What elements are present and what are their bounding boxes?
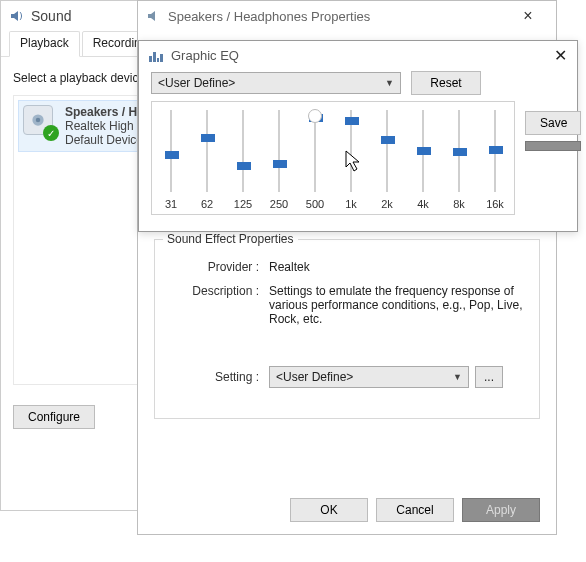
chevron-down-icon: ▼ xyxy=(453,372,462,382)
svg-point-1 xyxy=(36,118,41,123)
setting-ellipsis-button[interactable]: ... xyxy=(475,366,503,388)
graphic-eq-window: Graphic EQ ✕ <User Define> ▼ Reset 31621… xyxy=(138,40,578,232)
eq-band-label: 31 xyxy=(165,198,177,210)
eq-thumb[interactable] xyxy=(417,147,431,155)
speaker-icon xyxy=(146,8,162,24)
configure-button[interactable]: Configure xyxy=(13,405,95,429)
eq-thumb[interactable] xyxy=(237,162,251,170)
eq-band-250[interactable]: 250 xyxy=(268,110,290,210)
eq-band-label: 8k xyxy=(453,198,465,210)
eq-band-label: 4k xyxy=(417,198,429,210)
eq-side-buttons: Save xyxy=(525,111,581,151)
description-value: Settings to emulate the frequency respon… xyxy=(269,284,525,326)
eq-sliders-wrap: 31621252505001k2k4k8k16k Save xyxy=(139,101,577,215)
eq-band-16k[interactable]: 16k xyxy=(484,110,506,210)
apply-button[interactable]: Apply xyxy=(462,498,540,522)
setting-label: Setting : xyxy=(169,370,269,384)
eq-titlebar: Graphic EQ ✕ xyxy=(139,41,577,69)
eq-band-label: 1k xyxy=(345,198,357,210)
eq-thumb[interactable] xyxy=(453,148,467,156)
sound-title: Sound xyxy=(31,8,71,24)
eq-band-label: 62 xyxy=(201,198,213,210)
eq-preset-select[interactable]: <User Define> ▼ xyxy=(151,72,401,94)
eq-preset-value: <User Define> xyxy=(158,76,235,90)
eq-band-1k[interactable]: 1k xyxy=(340,110,362,210)
eq-band-62[interactable]: 62 xyxy=(196,110,218,210)
eq-thumb[interactable] xyxy=(489,146,503,154)
eq-band-label: 250 xyxy=(270,198,288,210)
speaker-device-icon xyxy=(29,111,47,129)
ok-button[interactable]: OK xyxy=(290,498,368,522)
properties-title: Speakers / Headphones Properties xyxy=(168,9,370,24)
close-icon[interactable]: × xyxy=(508,7,548,25)
speaker-icon xyxy=(9,8,25,24)
check-icon: ✓ xyxy=(43,125,59,141)
eq-band-8k[interactable]: 8k xyxy=(448,110,470,210)
properties-footer: OK Cancel Apply xyxy=(290,498,540,522)
close-icon[interactable]: ✕ xyxy=(539,46,567,65)
eq-sliders: 31621252505001k2k4k8k16k xyxy=(151,101,515,215)
tab-playback[interactable]: Playback xyxy=(9,31,80,57)
eq-band-label: 2k xyxy=(381,198,393,210)
eq-band-125[interactable]: 125 xyxy=(232,110,254,210)
reset-button[interactable]: Reset xyxy=(411,71,481,95)
properties-titlebar: Speakers / Headphones Properties × xyxy=(138,1,556,31)
eq-band-31[interactable]: 31 xyxy=(160,110,182,210)
groupbox-legend: Sound Effect Properties xyxy=(163,232,298,246)
eq-band-label: 125 xyxy=(234,198,252,210)
eq-thumb[interactable] xyxy=(381,136,395,144)
eq-thumb[interactable] xyxy=(345,117,359,125)
eq-band-label: 16k xyxy=(486,198,504,210)
save-button[interactable]: Save xyxy=(525,111,581,135)
eq-band-4k[interactable]: 4k xyxy=(412,110,434,210)
sound-effect-groupbox: Sound Effect Properties Provider : Realt… xyxy=(154,239,540,419)
eq-thumb[interactable] xyxy=(165,151,179,159)
eq-icon xyxy=(149,48,163,62)
eq-title: Graphic EQ xyxy=(171,48,239,63)
eq-toprow: <User Define> ▼ Reset xyxy=(139,69,577,101)
eq-thumb[interactable] xyxy=(201,134,215,142)
provider-value: Realtek xyxy=(269,260,525,274)
eq-band-500[interactable]: 500 xyxy=(304,110,326,210)
setting-select[interactable]: <User Define> ▼ xyxy=(269,366,469,388)
provider-label: Provider : xyxy=(169,260,269,274)
cancel-button[interactable]: Cancel xyxy=(376,498,454,522)
setting-value: <User Define> xyxy=(276,370,353,384)
chevron-down-icon: ▼ xyxy=(385,78,394,88)
eq-thumb[interactable] xyxy=(273,160,287,168)
device-icon: ✓ xyxy=(23,105,57,139)
description-label: Description : xyxy=(169,284,269,326)
eq-band-2k[interactable]: 2k xyxy=(376,110,398,210)
eq-band-label: 500 xyxy=(306,198,324,210)
eq-disabled-button xyxy=(525,141,581,151)
